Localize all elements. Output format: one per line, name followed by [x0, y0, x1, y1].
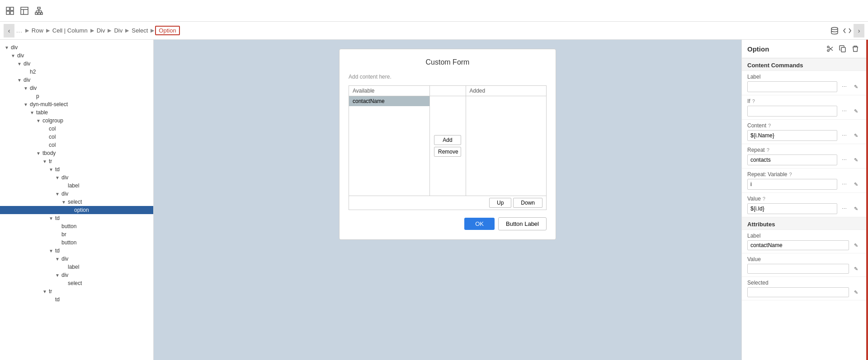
add-content-placeholder: Add content here.: [349, 74, 547, 80]
field-repeat-input-row: ⋯ ✎: [747, 154, 861, 165]
attr-value-edit-btn[interactable]: ✎: [851, 264, 861, 274]
value-input[interactable]: [747, 203, 837, 214]
breadcrumb-next-btn[interactable]: ›: [854, 24, 864, 37]
attr-label-edit-btn[interactable]: ✎: [851, 240, 861, 250]
trash-icon-btn[interactable]: [850, 43, 861, 54]
attr-value-group: Value ✎: [742, 253, 866, 277]
tree-node-select-1[interactable]: ▼ select: [0, 198, 153, 206]
attr-label-input-row: ✎: [747, 240, 861, 250]
tree-node-dyn-multi-select[interactable]: ▼ dyn-multi-select: [0, 100, 153, 108]
tree-node-div-8[interactable]: ▼ div: [0, 255, 153, 263]
tree-node-td-1[interactable]: ▼ td: [0, 165, 153, 173]
tree-node-div-6[interactable]: ▼ div: [0, 173, 153, 182]
tree-node-tr-2[interactable]: ▼ tr: [0, 287, 153, 295]
added-header: Added: [466, 86, 547, 96]
attr-label-input[interactable]: [747, 240, 849, 250]
tree-node-colgroup[interactable]: ▼ colgroup: [0, 117, 153, 125]
repeat-var-help-icon: ?: [789, 172, 792, 177]
tree-node-col-3[interactable]: col: [0, 141, 153, 149]
repeat-var-edit-btn[interactable]: ✎: [851, 179, 861, 189]
down-btn[interactable]: Down: [513, 198, 542, 208]
breadcrumb-select[interactable]: Select: [130, 26, 150, 35]
tree-node-td-2[interactable]: ▼ td: [0, 214, 153, 222]
tree-node-button-2[interactable]: button: [0, 238, 153, 247]
label-input[interactable]: [747, 81, 837, 92]
tree-node-label-2[interactable]: label: [0, 263, 153, 271]
repeat-ellipsis-btn[interactable]: ⋯: [839, 155, 849, 165]
tree-node-td-3[interactable]: ▼ td: [0, 247, 153, 255]
repeat-var-ellipsis-btn[interactable]: ⋯: [839, 179, 849, 189]
repeat-var-input[interactable]: [747, 179, 837, 190]
label-ellipsis-btn[interactable]: ⋯: [839, 82, 849, 92]
value-ellipsis-btn[interactable]: ⋯: [839, 204, 849, 214]
attr-selected-label: Selected: [747, 280, 861, 286]
sitemap-icon[interactable]: [33, 5, 45, 17]
remove-btn[interactable]: Remove: [434, 147, 461, 157]
breadcrumb-div-2[interactable]: Div: [112, 26, 124, 35]
breadcrumb-dots[interactable]: ...: [14, 26, 24, 35]
svg-rect-9: [38, 13, 40, 14]
tree-node-button-1[interactable]: button: [0, 222, 153, 230]
svg-rect-1: [10, 7, 14, 10]
svg-rect-4: [21, 7, 28, 14]
tree-node-col-1[interactable]: col: [0, 125, 153, 133]
field-repeat-var-group: Repeat: Variable ? ⋯ ✎: [742, 168, 866, 193]
tree-node-select-2[interactable]: select: [0, 279, 153, 287]
repeat-edit-btn[interactable]: ✎: [851, 155, 861, 165]
code-icon-btn[interactable]: [841, 24, 854, 37]
tree-node-br[interactable]: br: [0, 230, 153, 238]
button-label-btn[interactable]: Button Label: [498, 217, 547, 230]
if-help-icon: ?: [752, 98, 755, 104]
added-column: [466, 96, 547, 196]
tree-node-td-4[interactable]: td: [0, 295, 153, 304]
attr-selected-input[interactable]: [747, 287, 849, 297]
grid-icon[interactable]: [4, 5, 16, 17]
middle-header: [430, 86, 466, 96]
label-edit-btn[interactable]: ✎: [851, 82, 861, 92]
field-label-label: Label: [747, 74, 861, 80]
attr-value-input[interactable]: [747, 264, 849, 274]
tree-node-tr-1[interactable]: ▼ tr: [0, 157, 153, 165]
add-btn[interactable]: Add: [434, 135, 461, 145]
copy-icon-btn[interactable]: [837, 43, 848, 54]
value-edit-btn[interactable]: ✎: [851, 204, 861, 214]
tree-node-div-1[interactable]: ▼ div: [0, 43, 153, 51]
field-repeat-label: Repeat ?: [747, 147, 861, 153]
breadcrumb-sep-1: ▶: [25, 28, 29, 33]
tree-node-div-2[interactable]: ▼ div: [0, 51, 153, 60]
tree-node-div-3[interactable]: ▼ div: [0, 60, 153, 68]
svg-rect-8: [35, 13, 38, 14]
tree-node-div-7[interactable]: ▼ div: [0, 190, 153, 198]
tree-node-div-5[interactable]: ▼ div: [0, 84, 153, 92]
database-icon-btn[interactable]: [828, 24, 841, 37]
breadcrumb-div-1[interactable]: Div: [95, 26, 107, 35]
tree-node-div-9[interactable]: ▼ div: [0, 271, 153, 279]
if-edit-btn[interactable]: ✎: [851, 106, 861, 116]
ok-btn[interactable]: OK: [464, 218, 495, 230]
tree-node-p[interactable]: p: [0, 92, 153, 100]
svg-rect-0: [6, 7, 9, 10]
tree-node-div-4[interactable]: ▼ div: [0, 76, 153, 84]
repeat-input[interactable]: [747, 154, 837, 165]
if-input[interactable]: [747, 106, 837, 117]
middle-buttons: Add Remove: [430, 96, 466, 196]
breadcrumb-cell-column[interactable]: Cell | Column: [51, 26, 90, 35]
layout-icon[interactable]: [18, 5, 31, 17]
tree-node-table[interactable]: ▼ table: [0, 108, 153, 117]
content-input[interactable]: [747, 130, 837, 141]
tree-node-col-2[interactable]: col: [0, 133, 153, 141]
tree-node-label-1[interactable]: label: [0, 182, 153, 190]
if-ellipsis-btn[interactable]: ⋯: [839, 106, 849, 116]
tree-node-h2[interactable]: h2: [0, 68, 153, 76]
content-ellipsis-btn[interactable]: ⋯: [839, 131, 849, 140]
attr-selected-edit-btn[interactable]: ✎: [851, 287, 861, 297]
tree-node-tbody[interactable]: ▼ tbody: [0, 149, 153, 157]
tree-node-option[interactable]: option: [0, 206, 153, 214]
breadcrumb-option[interactable]: Option: [155, 26, 179, 35]
up-btn[interactable]: Up: [489, 198, 511, 208]
breadcrumb-row[interactable]: Row: [30, 26, 45, 35]
available-item-contactName[interactable]: contactName: [349, 96, 429, 106]
content-edit-btn[interactable]: ✎: [851, 131, 861, 140]
scissors-icon-btn[interactable]: [825, 43, 835, 54]
breadcrumb-prev-btn[interactable]: ‹: [4, 24, 14, 37]
